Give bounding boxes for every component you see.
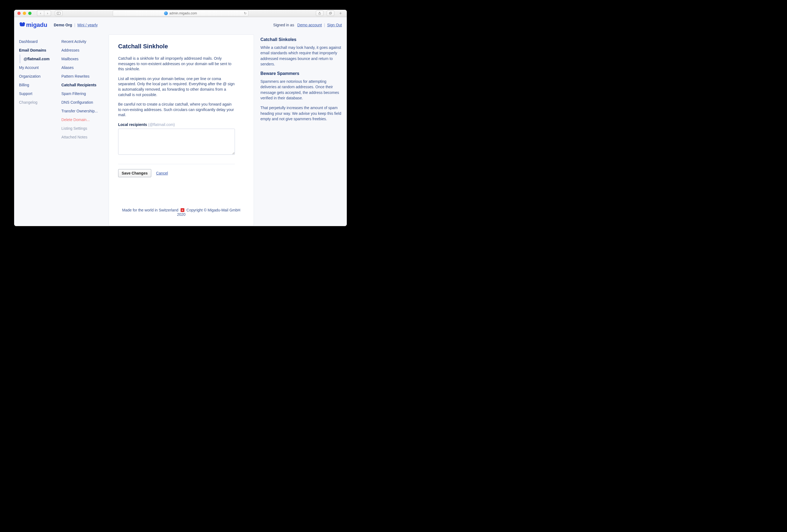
page-body: Dashboard Email Domains @flatmail.com My… — [14, 31, 347, 226]
aside-paragraph-2: Spammers are notorious for attempting de… — [260, 79, 342, 101]
header-auth: Signed in as Demo account | Sign Out — [273, 23, 342, 27]
site-header: migadu Demo Org | Mini / yearly Signed i… — [14, 17, 347, 31]
nav-my-account[interactable]: My Account — [19, 63, 55, 72]
cancel-link[interactable]: Cancel — [156, 171, 168, 175]
reload-icon[interactable]: ↻ — [244, 12, 247, 15]
svg-rect-3 — [329, 13, 331, 15]
window-minimize-icon[interactable] — [23, 12, 26, 15]
nav-delete-domain[interactable]: Delete Domain... — [61, 115, 102, 124]
org-name: Demo Org — [54, 23, 72, 27]
nav-recent-activity[interactable]: Recent Activity — [61, 37, 102, 46]
traffic-lights — [17, 12, 31, 15]
nav-domain-flatmail[interactable]: @flatmail.com — [20, 54, 55, 63]
page-title: Catchall Sinkhole — [118, 43, 244, 50]
logo-icon: migadu — [19, 21, 49, 29]
nav-email-domains[interactable]: Email Domains — [19, 46, 55, 54]
nav-spam-filtering[interactable]: Spam Filtering — [61, 89, 102, 98]
aside-paragraph-1: While a catchall may look handy, it goes… — [260, 45, 342, 67]
svg-rect-0 — [57, 12, 61, 15]
window-close-icon[interactable] — [17, 12, 21, 15]
address-bar-text: admin.migadu.com — [169, 12, 197, 15]
field-label-hint: (@flatmail.com) — [148, 123, 175, 127]
new-tab-button[interactable]: + — [338, 11, 343, 16]
form-actions: Save Changes Cancel — [118, 169, 244, 177]
nav-support[interactable]: Support — [19, 89, 55, 98]
back-button[interactable]: ‹ — [37, 10, 44, 16]
forward-button[interactable]: › — [44, 10, 51, 16]
browser-titlebar: ‹ › admin.migadu.com ↻ + — [14, 10, 347, 17]
sidebar-toggle-button[interactable] — [55, 10, 62, 16]
page-footer: Made for the world in Switzerland Copyri… — [118, 201, 244, 218]
page-content: migadu Demo Org | Mini / yearly Signed i… — [14, 17, 347, 226]
plan-link[interactable]: Mini / yearly — [78, 23, 98, 27]
main-column: Catchall Sinkhole Catchall is a sinkhole… — [109, 31, 254, 226]
signed-in-label: Signed in as — [273, 23, 294, 27]
svg-rect-4 — [330, 12, 332, 14]
save-button[interactable]: Save Changes — [118, 169, 151, 177]
account-link[interactable]: Demo account — [297, 23, 322, 27]
logo[interactable]: migadu — [19, 21, 49, 29]
help-aside: Catchall Sinkoles While a catchall may l… — [260, 31, 342, 226]
nav-listing-settings[interactable]: Listing Settings — [61, 124, 102, 133]
browser-right-buttons: + — [316, 10, 343, 16]
local-recipients-field: Local recipients (@flatmail.com) — [118, 122, 244, 156]
nav-catchall-recipients[interactable]: Catchall Recipients — [61, 81, 102, 89]
org-and-plan: Demo Org | Mini / yearly — [54, 23, 98, 27]
site-identity-icon — [164, 12, 168, 15]
svg-rect-7 — [20, 24, 25, 26]
main-card: Catchall Sinkhole Catchall is a sinkhole… — [109, 35, 254, 226]
footer-right: Copyright © Migadu-Mail GmbH 2020 — [177, 208, 240, 217]
nav-changelog[interactable]: Changelog — [19, 98, 55, 107]
nav-attached-notes[interactable]: Attached Notes — [61, 133, 102, 141]
aside-heading-1: Catchall Sinkoles — [260, 37, 342, 42]
share-button[interactable] — [316, 10, 323, 16]
domain-sidebar: Recent Activity Addresses Mailboxes Alia… — [61, 31, 102, 226]
svg-text:migadu: migadu — [26, 21, 47, 28]
nav-dashboard[interactable]: Dashboard — [19, 37, 55, 46]
aside-heading-2: Beware Spammers — [260, 71, 342, 76]
sign-out-link[interactable]: Sign Out — [327, 23, 342, 27]
nav-pattern-rewrites[interactable]: Pattern Rewrites — [61, 72, 102, 81]
local-recipients-textarea[interactable] — [118, 129, 235, 155]
primary-sidebar: Dashboard Email Domains @flatmail.com My… — [19, 31, 55, 226]
address-bar[interactable]: admin.migadu.com ↻ — [113, 10, 249, 16]
footer-left: Made for the world in Switzerland — [122, 208, 178, 212]
browser-window: ‹ › admin.migadu.com ↻ + — [14, 10, 347, 226]
nav-mailboxes[interactable]: Mailboxes — [61, 54, 102, 63]
nav-organization[interactable]: Organization — [19, 72, 55, 81]
form-divider — [118, 164, 235, 164]
window-zoom-icon[interactable] — [28, 12, 31, 15]
nav-billing[interactable]: Billing — [19, 81, 55, 89]
nav-transfer-ownership[interactable]: Transfer Ownership... — [61, 107, 102, 115]
field-label-text: Local recipients — [118, 123, 147, 127]
nav-aliases[interactable]: Aliases — [61, 63, 102, 72]
intro-paragraph-1: Catchall is a sinkhole for all improperl… — [118, 56, 235, 72]
browser-nav-buttons: ‹ › — [37, 10, 51, 16]
nav-dns-configuration[interactable]: DNS Configuration — [61, 98, 102, 107]
aside-paragraph-3: That perpetully increases the amount of … — [260, 105, 342, 121]
swiss-flag-icon — [180, 208, 185, 212]
tabs-button[interactable] — [327, 10, 334, 16]
nav-addresses[interactable]: Addresses — [61, 46, 102, 54]
intro-paragraph-3: Be careful not to create a circular catc… — [118, 102, 235, 118]
intro-paragraph-2: List all recipients on your domain below… — [118, 76, 235, 97]
